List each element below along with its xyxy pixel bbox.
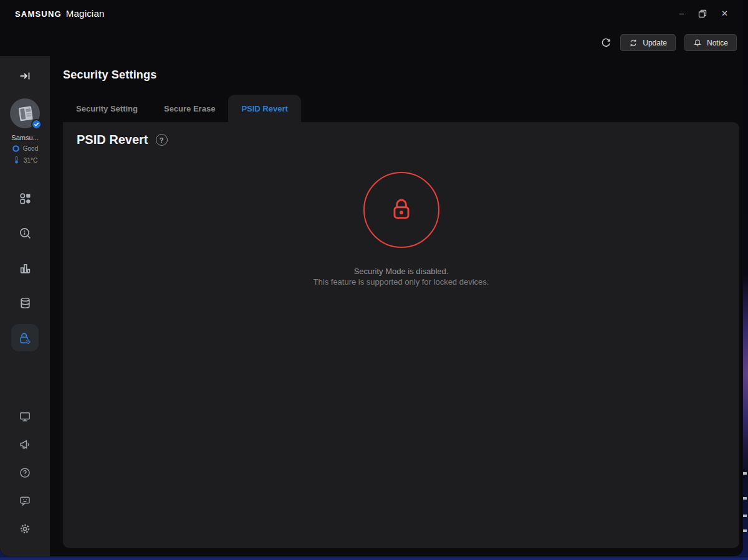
main-area: Security Settings Security Setting Secur…: [50, 56, 743, 556]
app-logo: SAMSUNG Magician: [15, 8, 105, 19]
monitor-icon: [19, 411, 31, 423]
minimize-button[interactable]: –: [679, 8, 684, 19]
expand-arrow-icon: [19, 70, 31, 82]
lock-icon: [388, 197, 415, 223]
tab-secure-erase[interactable]: Secure Erase: [151, 95, 228, 122]
drive-name: Samsu...: [11, 134, 38, 141]
drive-selected-check-icon: [31, 119, 42, 130]
minimize-icon: –: [679, 8, 684, 19]
tab-psid-revert[interactable]: PSID Revert: [228, 95, 300, 122]
sidebar-item-help[interactable]: [11, 459, 39, 486]
status-message-line1: Security Mode is disabled.: [314, 266, 489, 277]
sidebar-item-system-compatibility[interactable]: [11, 403, 39, 430]
database-icon: [19, 297, 32, 310]
app-name: Magician: [66, 8, 105, 19]
sidebar-expand-button[interactable]: [19, 70, 31, 82]
drive-temperature-value: 31°C: [24, 157, 37, 164]
status-message: Security Mode is disabled. This feature …: [314, 266, 489, 287]
tab-security-setting[interactable]: Security Setting: [63, 95, 151, 122]
app-window: SAMSUNG Magician – ✕ Update: [0, 0, 743, 556]
tab-bar: Security Setting Secure Erase PSID Rever…: [63, 95, 301, 122]
update-button[interactable]: Update: [620, 34, 676, 51]
sidebar-nav: [11, 184, 39, 351]
window-controls: – ✕: [679, 8, 728, 19]
help-icon[interactable]: ?: [156, 134, 168, 146]
panel-header: PSID Revert ?: [77, 133, 168, 147]
health-ring-icon: [12, 145, 20, 153]
feedback-chat-icon: [19, 495, 31, 507]
security-disabled-ring: [363, 172, 439, 248]
page-title: Security Settings: [63, 69, 156, 82]
update-sync-icon: [629, 39, 638, 47]
brand-logo: SAMSUNG: [15, 9, 62, 19]
desktop-wallpaper-fragment: [743, 472, 747, 475]
sidebar: Samsu... Good 31°C: [0, 56, 50, 556]
megaphone-icon: [19, 439, 31, 451]
restore-icon: [698, 9, 707, 18]
close-icon: ✕: [721, 8, 728, 19]
restore-button[interactable]: [698, 8, 707, 19]
drive-info-search-icon: [19, 227, 32, 240]
refresh-button[interactable]: [601, 37, 611, 48]
drive-selector[interactable]: [10, 98, 40, 128]
dashboard-icon: [19, 192, 32, 205]
help-glyph: ?: [160, 136, 164, 144]
notice-button-label: Notice: [707, 39, 728, 47]
sidebar-item-app-settings[interactable]: [11, 515, 39, 543]
desktop-edge: [0, 558, 748, 560]
bell-icon: [693, 39, 702, 47]
help-circle-icon: [19, 467, 31, 479]
sidebar-item-feedback[interactable]: [11, 487, 39, 515]
bar-chart-icon: [19, 262, 32, 275]
sidebar-item-announcements[interactable]: [11, 431, 39, 458]
update-button-label: Update: [643, 39, 667, 47]
drive-health-label: Good: [23, 145, 38, 152]
gear-icon: [19, 523, 31, 535]
drive-temperature: 31°C: [12, 156, 37, 164]
thermometer-icon: [12, 156, 21, 164]
lock-gear-icon: [18, 331, 32, 344]
notice-button[interactable]: Notice: [684, 34, 737, 51]
panel-title: PSID Revert: [77, 133, 148, 147]
sidebar-item-data-management[interactable]: [11, 289, 39, 316]
sidebar-bottom-nav: [11, 403, 39, 543]
status-message-line2: This feature is supported only for locke…: [314, 277, 489, 287]
drive-health: Good: [12, 145, 38, 153]
psid-revert-panel: PSID Revert ? Security Mode is disabled.…: [63, 122, 739, 548]
refresh-icon: [601, 37, 611, 48]
disabled-state: Security Mode is disabled. This feature …: [63, 172, 739, 287]
sidebar-item-performance-benchmark[interactable]: [11, 254, 39, 282]
sidebar-item-drive-details[interactable]: [11, 219, 39, 247]
sidebar-item-dashboard[interactable]: [11, 184, 39, 212]
toolbar: Update Notice: [601, 34, 737, 51]
close-button[interactable]: ✕: [721, 8, 728, 19]
sidebar-item-security-settings[interactable]: [11, 324, 39, 351]
